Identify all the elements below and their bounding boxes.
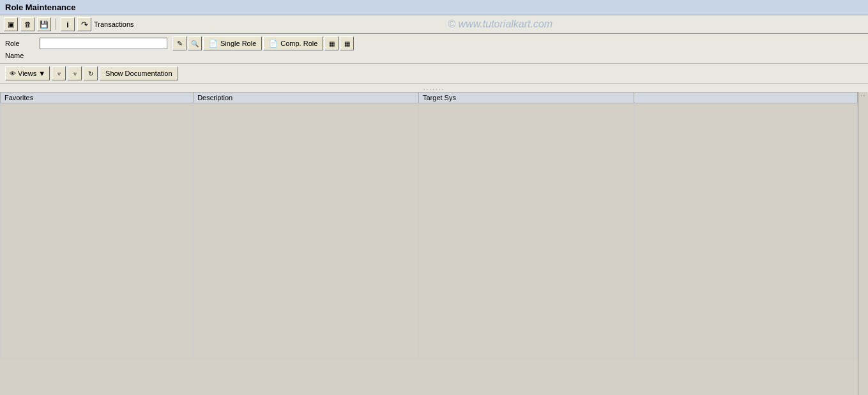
main-toolbar: ▣ 🗑 💾 i ↷ Transactions © www.tutorialkar… (0, 15, 868, 34)
refresh-button[interactable]: ↻ (84, 66, 98, 80)
filter-button[interactable]: ▿ (52, 66, 66, 80)
transactions-icon-button[interactable]: ↷ (77, 17, 91, 31)
search-role-button[interactable]: 🔍 (188, 36, 202, 50)
views-button[interactable]: 👁 Views ▼ (5, 66, 50, 80)
form-area: Role ✎ 🔍 📄 Single Role 📄 Comp. Role (0, 34, 868, 64)
table-container: Favorites Description Target Sys (0, 92, 858, 395)
transactions-arrow-icon: ↷ (81, 20, 88, 29)
col-description: Description (194, 93, 419, 103)
name-label: Name (5, 52, 37, 59)
scrollbar-indicator: ⋮ (860, 93, 866, 99)
edit-role-button[interactable]: ✎ (172, 36, 187, 50)
save-icon: 💾 (40, 20, 49, 29)
views-dropdown-icon: ▼ (38, 70, 45, 77)
info-icon: i (66, 20, 69, 29)
new-button[interactable]: ▣ (4, 17, 18, 31)
new-icon: ▣ (8, 20, 14, 29)
grid-button-2[interactable]: ▦ (340, 36, 354, 50)
main-table: Favorites Description Target Sys (0, 92, 858, 359)
cell-description-empty (194, 103, 419, 359)
role-row: Role ✎ 🔍 📄 Single Role 📄 Comp. Role (5, 36, 863, 50)
show-documentation-button[interactable]: Show Documentation (100, 66, 178, 80)
name-row: Name (5, 52, 863, 59)
show-documentation-label: Show Documentation (105, 70, 172, 77)
info-button[interactable]: i (61, 17, 75, 31)
table-empty-row (1, 103, 858, 359)
col-extra (634, 93, 858, 103)
right-scrollbar[interactable]: ⋮ (858, 92, 868, 395)
single-role-label: Single Role (220, 40, 256, 47)
role-label: Role (5, 40, 37, 47)
main-content: Favorites Description Target Sys (0, 92, 868, 395)
filter-icon: ▿ (57, 70, 61, 77)
comp-role-doc-icon: 📄 (269, 40, 278, 48)
views-tree-icon: 👁 (10, 70, 16, 77)
role-buttons: ✎ 🔍 📄 Single Role 📄 Comp. Role ▦ ▦ (172, 36, 354, 50)
page-title: Role Maintenance (5, 3, 76, 12)
comp-role-label: Comp. Role (280, 40, 317, 47)
cell-favorites-empty (1, 103, 194, 359)
table-header-row: Favorites Description Target Sys (1, 93, 858, 103)
col-target-sys: Target Sys (418, 93, 634, 103)
title-bar: Role Maintenance (0, 0, 868, 15)
secondary-toolbar: 👁 Views ▼ ▿ ▿ ↻ Show Documentation (0, 64, 868, 84)
cell-target-sys-empty (418, 103, 634, 359)
filter-reset-button[interactable]: ▿ (68, 66, 82, 80)
dot-divider: ....... (0, 84, 868, 92)
cell-extra-empty (634, 103, 858, 359)
refresh-icon: ↻ (88, 70, 93, 77)
grid-icon-1: ▦ (329, 40, 335, 47)
delete-icon: 🗑 (24, 20, 31, 28)
transactions-label[interactable]: Transactions (94, 20, 134, 28)
views-label: Views (18, 70, 36, 77)
grid-button-1[interactable]: ▦ (324, 36, 339, 50)
search-icon: 🔍 (191, 40, 199, 47)
grid-icon-2: ▦ (344, 40, 350, 47)
save-button[interactable]: 💾 (37, 17, 51, 31)
filter-reset-icon: ▿ (73, 70, 77, 77)
watermark: © www.tutorialkart.com (137, 19, 864, 30)
col-favorites: Favorites (1, 93, 194, 103)
delete-button[interactable]: 🗑 (20, 17, 34, 31)
pencil-icon: ✎ (177, 40, 183, 48)
single-role-doc-icon: 📄 (209, 40, 218, 48)
toolbar-separator-1 (56, 19, 56, 30)
comp-role-button[interactable]: 📄 Comp. Role (263, 36, 323, 50)
role-input[interactable] (40, 38, 167, 49)
single-role-button[interactable]: 📄 Single Role (203, 36, 262, 50)
